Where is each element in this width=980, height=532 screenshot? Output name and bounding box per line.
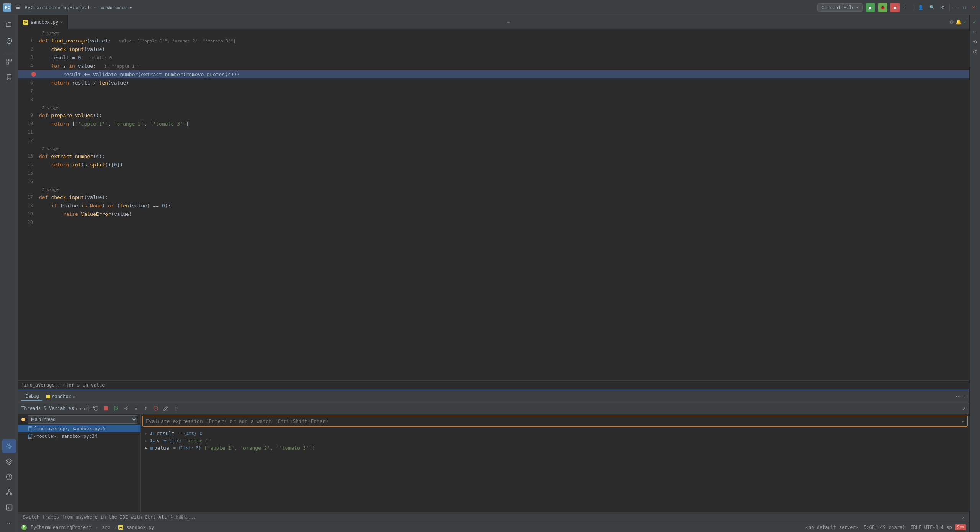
status-position[interactable]: 5:68 (49 chars) (861, 525, 907, 530)
evaluate-btn[interactable] (162, 404, 170, 413)
var-item-value: ▶ ▤ value = {list: 3} ["apple 1", 'orang… (141, 444, 969, 452)
editor-notifications-btn[interactable]: 🔔 (956, 19, 962, 25)
svg-rect-5 (7, 62, 8, 64)
status-encoding[interactable]: CRLF UTF-8 4 sp (908, 525, 954, 530)
main-container: ⋯ py sandbox.py ✕ ⋯ ⚙ 🔔 ✓ 1 usa (0, 15, 980, 532)
step-into-btn[interactable] (132, 404, 140, 413)
activity-structure[interactable] (2, 55, 16, 69)
rt-check-btn[interactable]: ✓ (971, 18, 979, 26)
code-line-9: 9 def prepare_values(): (18, 111, 969, 119)
tab-bar: py sandbox.py ✕ ⋯ ⚙ 🔔 ✓ (18, 15, 969, 29)
minimize-btn[interactable]: ─ (953, 5, 959, 11)
tab-close-btn[interactable]: ✕ (60, 20, 63, 24)
activity-more[interactable]: ⋯ (2, 516, 16, 530)
activity-sep1 (3, 52, 15, 52)
var-item-s: ▶ Iₒ s = {str} 'apple 1' (141, 437, 969, 444)
svg-rect-3 (7, 59, 8, 61)
activity-top (2, 17, 16, 85)
stop-debug-btn[interactable] (102, 404, 110, 413)
rt-refresh-btn[interactable]: ⟲ (971, 38, 979, 46)
tab-sandbox[interactable]: py sandbox.py ✕ (18, 15, 68, 29)
rerun-btn[interactable] (92, 404, 100, 413)
more-debug-btn[interactable]: ⋮ (172, 404, 180, 413)
resume-btn[interactable] (112, 404, 120, 413)
editor-container: py sandbox.py ✕ ⋯ ⚙ 🔔 ✓ 1 usage 1 def fi… (18, 15, 969, 532)
tab-more-btn[interactable]: ⋯ (504, 19, 513, 25)
stop-button[interactable]: ■ (890, 3, 900, 12)
status-server[interactable]: <no default server> (804, 525, 861, 530)
editor-settings-btn[interactable]: ⚙ (949, 19, 954, 25)
hamburger-menu[interactable]: ☰ (15, 4, 21, 11)
activity-bar: ⋯ (0, 15, 18, 532)
activity-clock[interactable] (2, 470, 16, 484)
version-control-btn[interactable]: Version control ▾ (99, 5, 133, 11)
rt-list-btn[interactable]: ≡ (971, 28, 979, 36)
svg-marker-7 (6, 459, 12, 463)
sandbox-tab-close[interactable]: ✕ (73, 394, 75, 399)
frame-item-1[interactable]: find_average, sandbox.py:5 (18, 425, 140, 432)
debug-body: MainThread find_average, sandbox.py:5 (18, 414, 969, 512)
frame-item-2[interactable]: <module>, sandbox.py:34 (18, 432, 140, 440)
debug-minimize-btn[interactable]: ─ (962, 393, 966, 400)
thread-selector[interactable]: MainThread (28, 415, 137, 424)
activity-network[interactable] (2, 485, 16, 499)
usage-hint-1: 1 usage (18, 29, 969, 36)
code-editor[interactable]: 1 usage 1 def find_average(value): value… (18, 29, 969, 380)
breakpoint[interactable] (31, 72, 36, 77)
eval-input[interactable] (143, 416, 958, 426)
code-line-11: 11 (18, 128, 969, 136)
status-bar: P PyCharmLearningProject › src › py sand… (18, 522, 969, 532)
activity-layers[interactable] (2, 455, 16, 468)
toolbar-divider (88, 405, 89, 411)
status-file[interactable]: sandbox.py (124, 525, 156, 530)
editor-actions: ⚙ 🔔 ✓ (949, 19, 969, 25)
input-method-indicator[interactable]: S 中 (955, 524, 966, 530)
debug-run-button[interactable]: 🐞 (878, 3, 887, 12)
notification-bar: Switch frames from anywhere in the IDE w… (18, 512, 969, 522)
breadcrumb-scope: for s in value (66, 382, 105, 388)
svg-rect-14 (6, 505, 12, 510)
account-btn[interactable]: 👤 (916, 4, 925, 11)
breadcrumb: find_average() › for s in value (18, 380, 969, 390)
eval-submit-btn[interactable]: ▾ (958, 418, 967, 424)
var-icon-result: Iₒ (150, 431, 155, 436)
panel-expand-btn[interactable]: ⤢ (962, 406, 966, 411)
activity-debug-sidebar[interactable] (2, 439, 16, 453)
tab-file-icon: py (23, 20, 28, 25)
rt-undo-btn[interactable]: ↺ (971, 47, 979, 56)
activity-learn[interactable] (2, 33, 16, 50)
settings-btn[interactable]: ⚙ (939, 4, 946, 11)
more-options[interactable]: ⋮ (903, 4, 910, 11)
svg-line-13 (9, 491, 11, 493)
activity-folder[interactable] (2, 18, 16, 31)
run-to-cursor-btn[interactable] (152, 404, 160, 413)
status-project[interactable]: PyCharmLearningProject (28, 525, 94, 530)
console-tab-btn[interactable]: Console (77, 404, 85, 413)
current-file-button[interactable]: Current File ▾ (817, 3, 863, 12)
code-line-5: 5 result += validate_number(extract_numb… (18, 70, 969, 78)
title-chevron: ▾ (93, 5, 96, 10)
code-line-14: 14 return int(s.split()[0]) (18, 160, 969, 169)
status-file-item: py sandbox.py (118, 525, 156, 530)
step-out-btn[interactable] (142, 404, 150, 413)
search-btn[interactable]: 🔍 (928, 4, 936, 11)
var-icon-value: ▤ (150, 446, 153, 450)
code-line-17: 17 def check_input(value): (18, 193, 969, 201)
status-src[interactable]: src (100, 525, 113, 530)
activity-terminal[interactable] (2, 501, 16, 514)
check-mark: ✓ (963, 19, 966, 25)
debug-expand-btn[interactable]: ⋯ (956, 393, 961, 400)
code-line-2: 2 check_input(value) (18, 45, 969, 53)
notification-close-btn[interactable]: ✕ (962, 515, 965, 520)
code-line-18: 18 if (value is None) or (len(value) == … (18, 201, 969, 210)
close-btn[interactable]: ✕ (970, 4, 977, 11)
step-over-btn[interactable] (122, 404, 130, 413)
activity-bookmark[interactable] (2, 70, 16, 84)
debug-tab-sandbox[interactable]: sandbox ✕ (42, 392, 79, 401)
var-expand-value[interactable]: ▶ (144, 446, 149, 450)
maximize-btn[interactable]: □ (962, 5, 967, 11)
right-toolbar: ✓ ≡ ⟲ ↺ (969, 15, 980, 532)
svg-point-10 (6, 493, 8, 495)
run-button[interactable]: ▶ (866, 3, 875, 12)
debug-tab-debug[interactable]: Debug (21, 392, 42, 401)
